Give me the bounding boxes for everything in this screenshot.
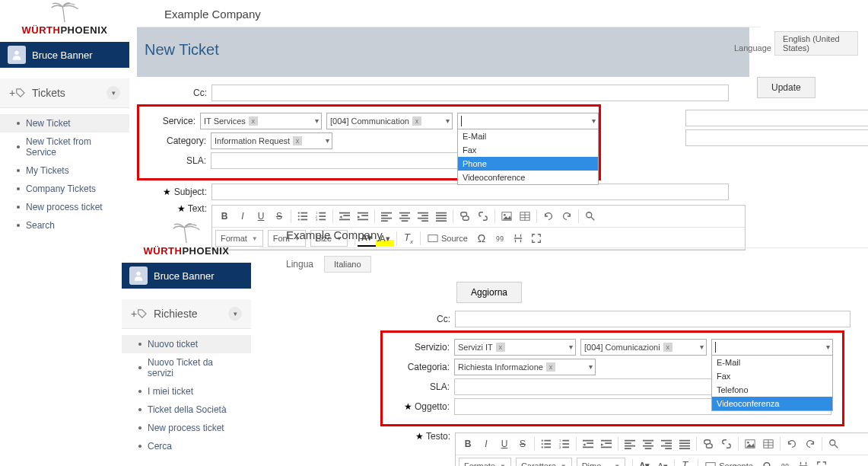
nav-item-new-ticket-from-service[interactable]: Nuovo Ticket da servizi <box>122 353 251 382</box>
svg-rect-49 <box>544 443 551 445</box>
dropdown-option-selected[interactable]: Videoconferenza <box>712 397 832 410</box>
align-center-button[interactable] <box>639 436 657 452</box>
language-select[interactable]: English (United States) <box>774 31 858 56</box>
nav-section-requests[interactable]: + Richieste ▾ <box>122 299 251 329</box>
image-button[interactable] <box>741 436 759 452</box>
clear-icon[interactable]: x <box>663 343 672 352</box>
nav-item-new-ticket[interactable]: New Ticket <box>0 114 129 132</box>
ol-button[interactable]: 123 <box>555 436 574 452</box>
plus-icon[interactable]: + <box>131 307 148 321</box>
ul-button[interactable] <box>537 436 555 452</box>
link-button[interactable] <box>699 436 717 452</box>
font-dropdown[interactable]: Carattere▼ <box>516 458 572 466</box>
strike-button[interactable]: S <box>513 436 532 452</box>
align-justify-button[interactable] <box>676 436 694 452</box>
row-service: Servizio: Servizi ITx▾ [004] Comunicazio… <box>383 339 842 356</box>
svg-rect-77 <box>679 442 690 444</box>
service-combo-1[interactable]: IT Servicesx▾ <box>200 113 322 129</box>
clear-icon[interactable]: x <box>249 116 258 126</box>
removeformat-button[interactable]: Tx <box>677 458 695 466</box>
clear-icon[interactable]: x <box>496 343 505 352</box>
service-combo-1[interactable]: Servizi ITx▾ <box>454 339 576 356</box>
nav-section-tickets[interactable]: + Tickets ▾ <box>0 78 129 108</box>
update-button[interactable]: Update <box>757 77 816 98</box>
nav-item-new-ticket-from-service[interactable]: New Ticket from Service <box>0 132 129 161</box>
nav-item-my-tickets[interactable]: I miei ticket <box>122 382 251 401</box>
svg-rect-10 <box>319 215 326 217</box>
nav-item-company-tickets[interactable]: Company Tickets <box>0 180 129 198</box>
nav-item-search[interactable]: Search <box>0 216 129 235</box>
indent-button[interactable] <box>597 436 615 452</box>
service-combo-3[interactable]: ▾ <box>711 339 833 356</box>
chevron-down-icon[interactable]: ▾ <box>228 307 242 321</box>
svg-line-42 <box>591 217 594 220</box>
textcolor-button[interactable]: A▾ <box>635 458 653 466</box>
format-dropdown[interactable]: Formato▼ <box>459 458 511 466</box>
nav-item-my-tickets[interactable]: My Tickets <box>0 161 129 180</box>
nav-item-search[interactable]: Cerca <box>122 437 251 455</box>
svg-rect-4 <box>300 215 307 217</box>
dropdown-option[interactable]: Videoconference <box>458 171 598 184</box>
logo: WÜRTHPHOENIX <box>0 0 129 42</box>
find-button[interactable] <box>825 436 843 452</box>
plus-icon[interactable]: + <box>9 86 26 100</box>
nav-item-company-tickets[interactable]: Ticket della Società <box>122 401 251 419</box>
category-combo[interactable]: Information Requestx▾ <box>211 132 332 149</box>
nav-item-new-ticket[interactable]: Nuovo ticket <box>122 335 251 353</box>
clear-icon[interactable]: x <box>546 362 555 372</box>
nav-item-new-process[interactable]: New process ticket <box>122 419 251 437</box>
split-button[interactable] <box>794 458 812 466</box>
nav-item-new-process[interactable]: New process ticket <box>0 198 129 216</box>
omega-button[interactable]: Ω <box>758 458 776 466</box>
svg-rect-31 <box>436 212 447 214</box>
svg-point-41 <box>587 212 592 218</box>
size-dropdown[interactable]: Dime…▼ <box>577 458 626 466</box>
align-left-button[interactable] <box>621 436 639 452</box>
service-combo-2[interactable]: [004] Comunicazionix▾ <box>580 339 707 356</box>
redo-button[interactable] <box>801 436 819 452</box>
extra-input-2[interactable] <box>685 129 868 146</box>
avatar[interactable] <box>8 46 26 64</box>
svg-rect-12 <box>319 219 326 221</box>
maximize-button[interactable] <box>812 458 831 466</box>
table-button[interactable] <box>759 436 777 452</box>
subject-input[interactable] <box>211 184 729 200</box>
category-combo[interactable]: Richiesta Informazionex▾ <box>454 359 596 375</box>
cc-input[interactable] <box>211 85 729 101</box>
dropdown-option[interactable]: E-Mail <box>458 129 598 143</box>
dropdown-option[interactable]: E-Mail <box>712 356 832 369</box>
dropdown-option[interactable]: Telefono <box>712 383 832 397</box>
dropdown-option[interactable]: Fax <box>712 369 832 383</box>
extra-input-1[interactable] <box>685 110 868 126</box>
source-button[interactable]: Sorgente <box>701 461 758 466</box>
service-combo-3[interactable]: ▾ <box>457 113 599 129</box>
svg-point-36 <box>504 214 506 216</box>
svg-rect-79 <box>679 448 690 449</box>
code-button[interactable]: 99 <box>776 458 794 466</box>
cc-input[interactable] <box>455 311 851 327</box>
bold-button[interactable]: B <box>459 436 477 452</box>
italic-button[interactable]: I <box>477 436 495 452</box>
svg-point-86 <box>830 440 835 445</box>
clear-icon[interactable]: x <box>293 136 302 145</box>
bgcolor-button[interactable]: A▾ <box>653 458 672 466</box>
dropdown-option-selected[interactable]: Phone <box>458 157 598 171</box>
clear-icon[interactable]: x <box>412 116 421 126</box>
underline-button[interactable]: U <box>495 436 513 452</box>
align-right-button[interactable] <box>657 436 676 452</box>
nav-list: Nuovo ticket Nuovo Ticket da servizi I m… <box>122 329 251 461</box>
unlink-button[interactable] <box>717 436 736 452</box>
service-combo-2[interactable]: [004] Communicationx▾ <box>326 113 453 129</box>
svg-point-3 <box>298 215 300 217</box>
outdent-button[interactable] <box>579 436 597 452</box>
undo-button[interactable] <box>783 436 801 452</box>
row-cc: Cc: <box>137 85 746 101</box>
language-select[interactable]: Italiano <box>324 256 370 273</box>
avatar[interactable] <box>129 267 148 285</box>
update-button[interactable]: Aggiorna <box>456 282 522 303</box>
page-title: New Ticket <box>137 27 749 59</box>
row-cc: Cc: <box>380 311 868 327</box>
dropdown-option[interactable]: Fax <box>458 143 598 157</box>
svg-rect-2 <box>300 212 307 214</box>
chevron-down-icon[interactable]: ▾ <box>107 86 120 100</box>
